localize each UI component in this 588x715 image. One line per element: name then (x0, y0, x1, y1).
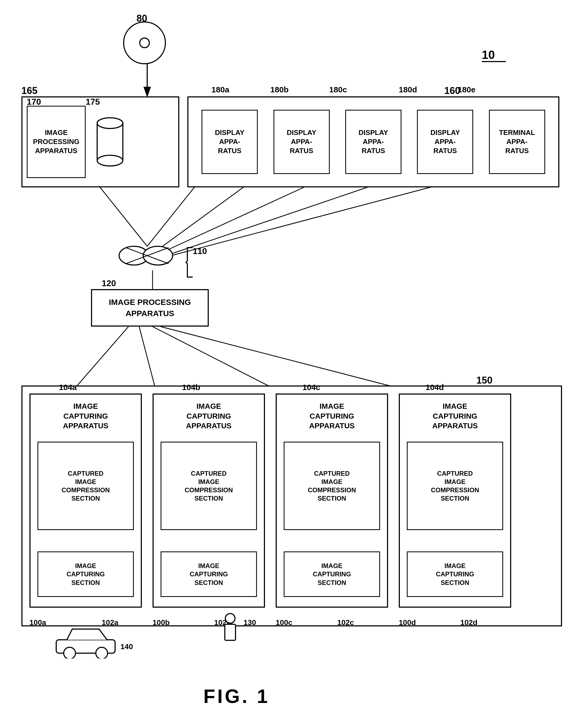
svg-line-7 (166, 180, 460, 257)
box-180e: TERMINAL APPA- RATUS (489, 110, 545, 174)
label-175: 175 (86, 97, 100, 107)
svg-line-9 (75, 327, 128, 388)
box-180c: DISPLAY APPA- RATUS (345, 110, 401, 174)
text-capturing-104b: IMAGE CAPTURING SECTION (190, 562, 228, 587)
label-180a: 180a (211, 85, 229, 94)
label-10-underline (482, 61, 506, 62)
svg-line-12 (161, 327, 399, 388)
box-capturing-section-104c: IMAGE CAPTURING SECTION (284, 551, 380, 597)
car-140-figure (54, 626, 118, 659)
svg-line-10 (139, 327, 155, 388)
text-104a-title: IMAGE CAPTURING APPARATUS (35, 399, 136, 434)
svg-point-25 (97, 155, 123, 166)
box-capturing-section-104a: IMAGE CAPTURING SECTION (38, 551, 134, 597)
box-compression-104b: CAPTURED IMAGE COMPRESSION SECTION (161, 442, 257, 530)
brace-110 (185, 246, 189, 273)
svg-point-35 (96, 647, 108, 658)
text-image-processing-120: IMAGE PROCESSING APPARATUS (109, 297, 191, 319)
label-104d: 104d (425, 383, 444, 392)
label-180e: 180e (458, 85, 476, 94)
text-compression-104d: CAPTURED IMAGE COMPRESSION SECTION (431, 469, 479, 503)
label-180d: 180d (399, 85, 417, 94)
text-180a: DISPLAY APPA- RATUS (215, 128, 244, 155)
label-180b: 180b (270, 85, 289, 94)
svg-line-5 (158, 180, 321, 254)
cylinder-175 (95, 117, 125, 167)
svg-rect-32 (225, 624, 235, 640)
label-170: 170 (27, 97, 41, 107)
box-capturing-section-104b: IMAGE CAPTURING SECTION (161, 551, 257, 597)
label-104a: 104a (59, 383, 77, 392)
label-150: 150 (476, 375, 492, 386)
svg-point-31 (225, 613, 235, 623)
text-capturing-104a: IMAGE CAPTURING SECTION (67, 562, 105, 587)
label-165: 165 (21, 85, 38, 97)
label-102d: 102d (460, 618, 478, 627)
svg-line-11 (152, 327, 273, 388)
box-image-processing-120: IMAGE PROCESSING APPARATUS (91, 289, 209, 327)
text-104c-title: IMAGE CAPTURING APPARATUS (281, 399, 383, 434)
box-compression-104a: CAPTURED IMAGE COMPRESSION SECTION (38, 442, 134, 530)
label-102c: 102c (337, 618, 354, 627)
box-180d: DISPLAY APPA- RATUS (417, 110, 473, 174)
box-180b: DISPLAY APPA- RATUS (274, 110, 330, 174)
svg-line-6 (162, 180, 391, 257)
text-compression-104a: CAPTURED IMAGE COMPRESSION SECTION (62, 469, 110, 503)
svg-point-26 (97, 118, 123, 128)
box-compression-104c: CAPTURED IMAGE COMPRESSION SECTION (284, 442, 380, 530)
fig-label: FIG. 1 (204, 685, 270, 707)
label-180c: 180c (329, 85, 347, 94)
text-170: IMAGE PROCESSING APPARATUS (33, 128, 79, 155)
label-80: 80 (136, 13, 147, 24)
label-100a: 100a (29, 618, 46, 627)
label-100b: 100b (152, 618, 170, 627)
text-180e: TERMINAL APPA- RATUS (499, 128, 535, 155)
text-180d: DISPLAY APPA- RATUS (430, 128, 460, 155)
person-130-figure (219, 613, 241, 657)
text-180c: DISPLAY APPA- RATUS (359, 128, 388, 155)
label-10: 10 (482, 48, 495, 62)
label-102a: 102a (102, 618, 118, 627)
box-compression-104d: CAPTURED IMAGE COMPRESSION SECTION (407, 442, 503, 530)
text-compression-104c: CAPTURED IMAGE COMPRESSION SECTION (308, 469, 356, 503)
text-compression-104b: CAPTURED IMAGE COMPRESSION SECTION (185, 469, 233, 503)
box-180a: DISPLAY APPA- RATUS (202, 110, 258, 174)
label-104b: 104b (182, 383, 200, 392)
label-140: 140 (121, 643, 133, 651)
text-180b: DISPLAY APPA- RATUS (287, 128, 316, 155)
box-165: IMAGE PROCESSING APPARATUS (21, 97, 179, 187)
svg-point-34 (64, 647, 76, 658)
label-130: 130 (244, 618, 256, 627)
text-104d-title: IMAGE CAPTURING APPARATUS (404, 399, 506, 434)
text-capturing-104d: IMAGE CAPTURING SECTION (436, 562, 474, 587)
box-160: DISPLAY APPA- RATUS DISPLAY APPA- RATUS … (187, 97, 559, 187)
box-capturing-section-104d: IMAGE CAPTURING SECTION (407, 551, 503, 597)
label-100d: 100d (399, 618, 416, 627)
text-capturing-104c: IMAGE CAPTURING SECTION (313, 562, 351, 587)
label-120: 120 (102, 278, 116, 288)
box-170: IMAGE PROCESSING APPARATUS (27, 106, 86, 178)
label-104c: 104c (302, 383, 320, 392)
diagram: 80 10 IMAGE PROCESSING APPARATUS 165 170… (0, 0, 588, 715)
network-icon-group (118, 235, 179, 276)
label-100c: 100c (276, 618, 292, 627)
text-104b-title: IMAGE CAPTURING APPARATUS (158, 399, 259, 434)
disc-inner-dot (139, 38, 150, 48)
